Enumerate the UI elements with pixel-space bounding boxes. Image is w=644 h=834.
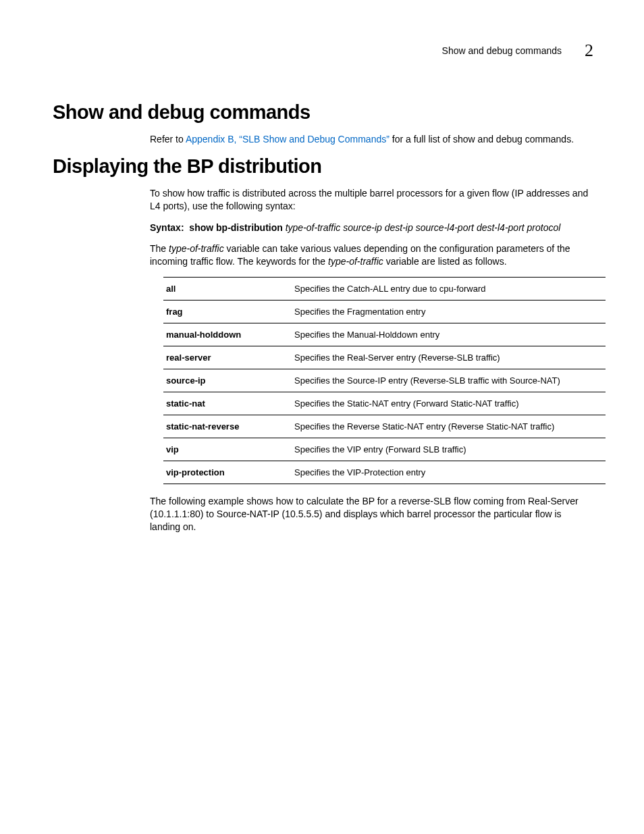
section-heading-show-debug: Show and debug commands bbox=[53, 101, 593, 124]
table-row: manual-holddown Specifies the Manual-Hol… bbox=[163, 323, 606, 346]
param-desc: Specifies the Fragmentation entry bbox=[294, 301, 606, 323]
text-fragment: variable are listed as follows. bbox=[383, 256, 507, 267]
table-row: static-nat Specifies the Static-NAT entr… bbox=[163, 392, 606, 415]
text-fragment: Refer to bbox=[150, 134, 186, 145]
text-fragment: The bbox=[150, 243, 169, 254]
param-desc: Specifies the Reverse Static-NAT entry (… bbox=[294, 415, 606, 438]
syntax-line: Syntax: show bp-distribution type-of-tra… bbox=[150, 222, 593, 233]
table-row: vip Specifies the VIP entry (Forward SLB… bbox=[163, 438, 606, 461]
type-of-traffic-description: The type-of-traffic variable can take va… bbox=[150, 242, 593, 268]
table-row: all Specifies the Catch-ALL entry due to… bbox=[163, 278, 606, 301]
param-key: vip bbox=[163, 438, 294, 461]
chapter-number: 2 bbox=[585, 41, 593, 61]
table-row: vip-protection Specifies the VIP-Protect… bbox=[163, 461, 606, 484]
table-row: frag Specifies the Fragmentation entry bbox=[163, 301, 606, 323]
table-row: source-ip Specifies the Source-IP entry … bbox=[163, 369, 606, 392]
variable-name: type-of-traffic bbox=[328, 256, 383, 267]
variable-name: type-of-traffic bbox=[169, 243, 224, 254]
table-row: static-nat-reverse Specifies the Reverse… bbox=[163, 415, 606, 438]
param-desc: Specifies the Source-IP entry (Reverse-S… bbox=[294, 369, 606, 392]
intro-paragraph: To show how traffic is distributed acros… bbox=[150, 187, 593, 213]
parameters-tbody: all Specifies the Catch-ALL entry due to… bbox=[163, 278, 606, 484]
param-key: manual-holddown bbox=[163, 323, 294, 346]
param-key: real-server bbox=[163, 346, 294, 369]
page: Show and debug commands 2 Show and debug… bbox=[0, 0, 644, 834]
param-desc: Specifies the Catch-ALL entry due to cpu… bbox=[294, 278, 606, 301]
syntax-command: show bp-distribution bbox=[189, 222, 282, 233]
param-desc: Specifies the VIP entry (Forward SLB tra… bbox=[294, 438, 606, 461]
param-key: static-nat bbox=[163, 392, 294, 415]
parameters-table: all Specifies the Catch-ALL entry due to… bbox=[163, 277, 606, 484]
param-key: source-ip bbox=[163, 369, 294, 392]
param-key: frag bbox=[163, 301, 294, 323]
appendix-link[interactable]: Appendix B, “SLB Show and Debug Commands… bbox=[186, 134, 390, 145]
param-desc: Specifies the Real-Server entry (Reverse… bbox=[294, 346, 606, 369]
param-desc: Specifies the VIP-Protection entry bbox=[294, 461, 606, 484]
section1-body: Refer to Appendix B, “SLB Show and Debug… bbox=[150, 133, 593, 146]
example-paragraph: The following example shows how to calcu… bbox=[150, 495, 593, 533]
running-title: Show and debug commands bbox=[442, 45, 562, 56]
section2-body: To show how traffic is distributed acros… bbox=[150, 187, 593, 533]
param-key: vip-protection bbox=[163, 461, 294, 484]
param-key: static-nat-reverse bbox=[163, 415, 294, 438]
section-heading-bp-distribution: Displaying the BP distribution bbox=[53, 155, 593, 178]
syntax-label: Syntax: bbox=[150, 222, 184, 233]
table-row: real-server Specifies the Real-Server en… bbox=[163, 346, 606, 369]
param-desc: Specifies the Static-NAT entry (Forward … bbox=[294, 392, 606, 415]
section1-paragraph: Refer to Appendix B, “SLB Show and Debug… bbox=[150, 133, 593, 146]
param-desc: Specifies the Manual-Holddown entry bbox=[294, 323, 606, 346]
text-fragment: for a full list of show and debug comman… bbox=[390, 134, 574, 145]
syntax-args: type-of-traffic source-ip dest-ip source… bbox=[286, 222, 561, 233]
param-key: all bbox=[163, 278, 294, 301]
page-header: Show and debug commands 2 bbox=[53, 41, 593, 61]
